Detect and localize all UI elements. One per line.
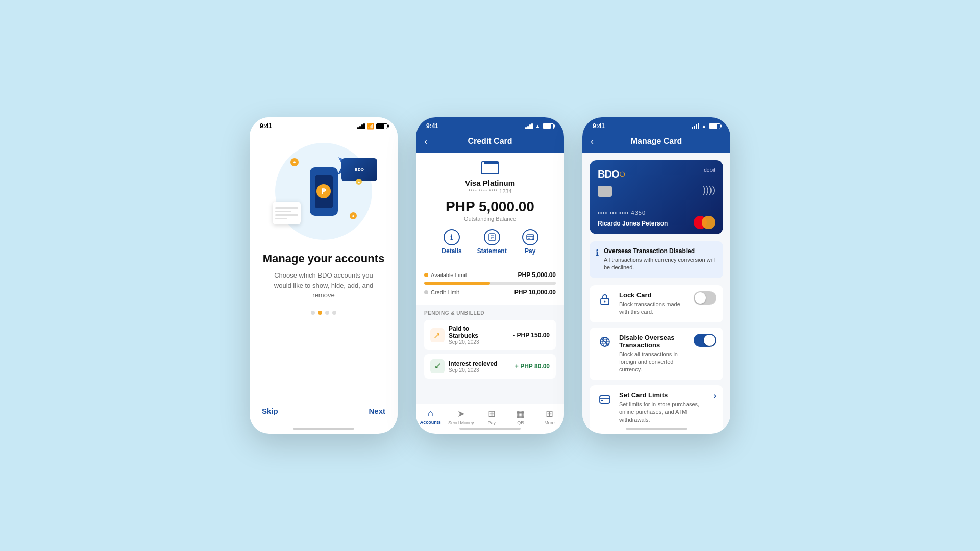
signal-icon-3 (692, 123, 699, 129)
pay-label: Pay (525, 247, 535, 255)
credit-card-title: Credit Card (468, 137, 512, 146)
txn-icon-2 (430, 359, 445, 373)
details-action[interactable]: ℹ Details (442, 229, 461, 255)
card-type-label: debit (704, 167, 715, 173)
phone2-body: Visa Platinum **** **** **** 1234 PHP 5,… (416, 153, 564, 404)
phone1-body: ₱ BDO ● ● ● (250, 133, 398, 398)
credit-progress (424, 282, 556, 285)
skip-button[interactable]: Skip (262, 407, 278, 415)
txn-name-1: Paid to (449, 325, 479, 332)
transaction-1[interactable]: Paid to Starbucks Sep 20, 2023 - PHP 150… (424, 320, 556, 350)
manage-card-title: Manage Card (631, 137, 682, 146)
progress-fill (424, 282, 490, 285)
card-number: **** **** **** 1234 (468, 188, 511, 194)
card-icon (481, 161, 499, 174)
limit-section: Available Limit PHP 5,000.00 Credit Limi… (416, 265, 564, 305)
home-indicator-3 (626, 428, 687, 430)
more-nav-icon: ⊞ (546, 408, 553, 419)
qr-nav-label: QR (517, 420, 524, 425)
coin-3: ● (356, 179, 362, 185)
lock-card-toggle[interactable] (694, 291, 716, 305)
wifi-icon-3: ▲ (701, 123, 707, 129)
contactless-icon: )))) (703, 185, 715, 195)
coin-2: ● (350, 212, 357, 219)
svg-rect-20 (601, 400, 603, 401)
nav-accounts[interactable]: ⌂ Accounts (419, 408, 442, 425)
card-info-section: Visa Platinum **** **** **** 1234 PHP 5,… (416, 153, 564, 265)
signal-icon-2 (525, 123, 533, 129)
overseas-toggle[interactable] (694, 334, 716, 347)
status-icons-1: 📶 (357, 123, 387, 130)
balance-label: Outstanding Balance (464, 216, 516, 222)
notice-box: ℹ Overseas Transaction Disabled All tran… (590, 241, 723, 278)
home-indicator-1 (293, 428, 354, 430)
statement-label: Statement (477, 247, 507, 255)
nav-pay[interactable]: ⊞ Pay (480, 408, 503, 425)
illustration: ₱ BDO ● ● ● (275, 143, 372, 240)
status-icons-2: ▲ (525, 123, 554, 129)
pay-nav-icon: ⊞ (488, 408, 496, 419)
back-button-2[interactable]: ‹ (424, 136, 427, 147)
card-name: Visa Platinum (465, 179, 515, 187)
available-limit-amount: PHP 5,000.00 (518, 271, 556, 279)
accounts-nav-icon: ⌂ (428, 408, 433, 419)
send-money-nav-label: Send Money (448, 420, 474, 425)
wifi-icon: 📶 (367, 123, 374, 130)
pay-nav-label: Pay (488, 420, 496, 425)
notice-title: Overseas Transaction Disabled (604, 247, 717, 255)
pending-section: PENDING & UNBILLED Paid to Starbucks Sep… (416, 305, 564, 385)
carousel-dots (311, 311, 336, 315)
bdo-logo-circle: ○ (619, 167, 625, 180)
wifi-icon-2: ▲ (535, 123, 541, 129)
signal-icon (357, 123, 365, 129)
status-bar-3: 9:41 ▲ (582, 117, 730, 133)
battery-icon-2 (543, 123, 554, 129)
card-balance: PHP 5,000.00 (446, 198, 534, 215)
accounts-nav-label: Accounts (420, 420, 441, 425)
time-1: 9:41 (260, 122, 272, 130)
next-button[interactable]: Next (369, 407, 385, 415)
svg-point-11 (604, 300, 606, 302)
phone-3: 9:41 ▲ ‹ Manage Card BDO○ debit (582, 117, 730, 434)
nav-qr[interactable]: ▦ QR (509, 408, 532, 425)
card-limits-item[interactable]: Set Card Limits Set limits for in-store … (590, 385, 723, 428)
bottom-nav-2: ⌂ Accounts ➤ Send Money ⊞ Pay ▦ QR ⊞ Mor… (416, 404, 564, 428)
bdo-card-mini: BDO (341, 158, 377, 181)
card-chip (598, 186, 612, 197)
dot-2 (318, 311, 322, 315)
lock-icon (597, 291, 613, 308)
card-limits-title: Set Card Limits (619, 391, 707, 399)
nav-send-money[interactable]: ➤ Send Money (448, 408, 474, 425)
phone2-header: ‹ Credit Card (416, 133, 564, 153)
time-2: 9:41 (426, 122, 438, 130)
statement-action[interactable]: Statement (477, 229, 507, 255)
transaction-2[interactable]: Interest recieved Sep 20, 2023 + PHP 80.… (424, 354, 556, 379)
txn-icon-1 (430, 328, 445, 342)
card-number-large: •••• ••• •••• 4350 (598, 210, 646, 216)
back-button-3[interactable]: ‹ (591, 136, 594, 147)
qr-nav-icon: ▦ (516, 408, 525, 419)
status-icons-3: ▲ (692, 123, 720, 129)
lock-card-item: Lock Card Block transactions made with t… (590, 285, 723, 322)
card-limits-desc: Set limits for in-store purchases, onlin… (619, 400, 707, 424)
details-icon: ℹ (444, 229, 460, 245)
details-label: Details (442, 247, 461, 255)
txn-date-2: Sep 20, 2023 (449, 367, 497, 373)
phone3-header: ‹ Manage Card (582, 133, 730, 153)
pay-icon (522, 229, 538, 245)
peso-icon: ₱ (316, 184, 331, 198)
available-dot (424, 273, 428, 277)
lock-card-toggle-thumb (695, 292, 706, 304)
phone1-footer: Skip Next (250, 398, 398, 428)
available-limit-label: Available Limit (424, 272, 467, 278)
txn-date-1: Sep 20, 2023 (449, 339, 479, 345)
manage-title: Manage your accounts (263, 252, 384, 265)
dot-3 (325, 311, 329, 315)
txn-amount-1: - PHP 150.00 (513, 332, 550, 339)
pay-action[interactable]: Pay (522, 229, 538, 255)
statement-icon (484, 229, 500, 245)
card-limits-icon (597, 391, 613, 408)
nav-more[interactable]: ⊞ More (538, 408, 561, 425)
notice-text: All transactions with currency conversio… (604, 256, 717, 272)
status-bar-1: 9:41 📶 (250, 117, 398, 133)
